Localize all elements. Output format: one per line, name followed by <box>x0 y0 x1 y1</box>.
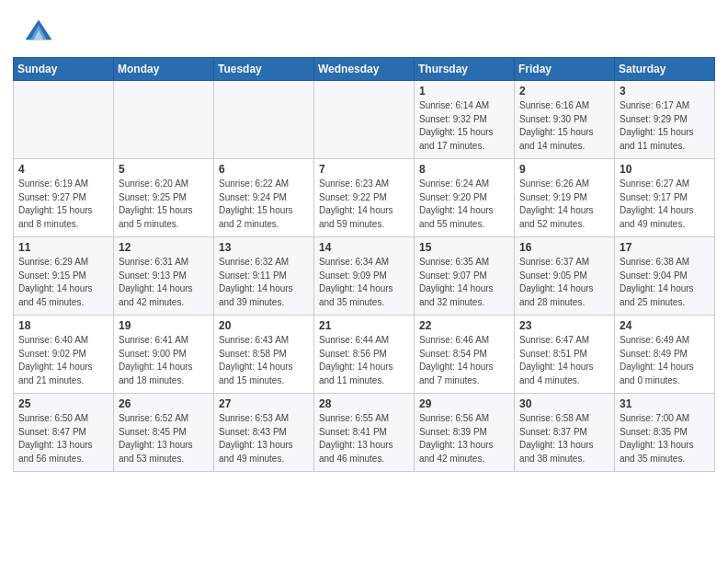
calendar-header: SundayMondayTuesdayWednesdayThursdayFrid… <box>14 58 715 81</box>
calendar-cell: 29Sunrise: 6:56 AMSunset: 8:39 PMDayligh… <box>415 394 515 472</box>
calendar-table: SundayMondayTuesdayWednesdayThursdayFrid… <box>13 57 715 472</box>
weekday-header: Thursday <box>415 58 515 81</box>
calendar-cell: 19Sunrise: 6:41 AMSunset: 9:00 PMDayligh… <box>114 316 214 394</box>
day-number: 27 <box>219 397 309 410</box>
day-info: Sunrise: 6:47 AMSunset: 8:51 PMDaylight:… <box>519 334 609 387</box>
day-number: 26 <box>119 397 209 410</box>
day-number: 3 <box>620 85 710 98</box>
day-info: Sunrise: 6:29 AMSunset: 9:15 PMDaylight:… <box>18 256 108 309</box>
calendar-cell: 21Sunrise: 6:44 AMSunset: 8:56 PMDayligh… <box>314 316 415 394</box>
day-info: Sunrise: 6:23 AMSunset: 9:22 PMDaylight:… <box>319 178 409 231</box>
day-info: Sunrise: 6:52 AMSunset: 8:45 PMDaylight:… <box>119 412 209 465</box>
calendar-week-row: 25Sunrise: 6:50 AMSunset: 8:47 PMDayligh… <box>14 394 715 472</box>
day-info: Sunrise: 6:35 AMSunset: 9:07 PMDaylight:… <box>419 256 509 309</box>
day-number: 24 <box>620 319 710 332</box>
weekday-row: SundayMondayTuesdayWednesdayThursdayFrid… <box>14 58 715 81</box>
day-number: 1 <box>419 85 509 98</box>
calendar-cell: 10Sunrise: 6:27 AMSunset: 9:17 PMDayligh… <box>615 159 715 237</box>
calendar-cell: 17Sunrise: 6:38 AMSunset: 9:04 PMDayligh… <box>615 237 715 316</box>
calendar-cell: 27Sunrise: 6:53 AMSunset: 8:43 PMDayligh… <box>214 394 314 472</box>
day-info: Sunrise: 6:50 AMSunset: 8:47 PMDaylight:… <box>18 412 108 465</box>
header <box>0 0 728 57</box>
day-info: Sunrise: 6:19 AMSunset: 9:27 PMDaylight:… <box>18 178 108 231</box>
day-info: Sunrise: 6:37 AMSunset: 9:05 PMDaylight:… <box>519 256 609 309</box>
weekday-header: Monday <box>114 58 214 81</box>
page: SundayMondayTuesdayWednesdayThursdayFrid… <box>0 0 728 563</box>
calendar-cell: 22Sunrise: 6:46 AMSunset: 8:54 PMDayligh… <box>415 316 515 394</box>
calendar-cell <box>14 81 114 159</box>
day-number: 16 <box>519 241 609 254</box>
weekday-header: Friday <box>515 58 615 81</box>
day-number: 10 <box>620 163 710 176</box>
day-info: Sunrise: 6:20 AMSunset: 9:25 PMDaylight:… <box>119 178 209 231</box>
day-number: 17 <box>620 241 710 254</box>
calendar-cell <box>214 81 314 159</box>
day-number: 28 <box>319 397 409 410</box>
day-number: 21 <box>319 319 409 332</box>
calendar-week-row: 18Sunrise: 6:40 AMSunset: 9:02 PMDayligh… <box>14 316 715 394</box>
day-number: 7 <box>319 163 409 176</box>
day-info: Sunrise: 6:41 AMSunset: 9:00 PMDaylight:… <box>119 334 209 387</box>
calendar-cell: 15Sunrise: 6:35 AMSunset: 9:07 PMDayligh… <box>415 237 515 316</box>
day-number: 11 <box>18 241 108 254</box>
calendar-cell: 28Sunrise: 6:55 AMSunset: 8:41 PMDayligh… <box>314 394 415 472</box>
day-info: Sunrise: 6:26 AMSunset: 9:19 PMDaylight:… <box>519 178 609 231</box>
day-info: Sunrise: 6:58 AMSunset: 8:37 PMDaylight:… <box>519 412 609 465</box>
calendar-cell: 7Sunrise: 6:23 AMSunset: 9:22 PMDaylight… <box>314 159 415 237</box>
weekday-header: Saturday <box>615 58 715 81</box>
calendar-week-row: 1Sunrise: 6:14 AMSunset: 9:32 PMDaylight… <box>14 81 715 159</box>
day-number: 18 <box>18 319 108 332</box>
calendar-cell: 13Sunrise: 6:32 AMSunset: 9:11 PMDayligh… <box>214 237 314 316</box>
calendar-cell: 1Sunrise: 6:14 AMSunset: 9:32 PMDaylight… <box>415 81 515 159</box>
day-info: Sunrise: 6:38 AMSunset: 9:04 PMDaylight:… <box>620 256 710 309</box>
day-number: 5 <box>119 163 209 176</box>
calendar-cell: 16Sunrise: 6:37 AMSunset: 9:05 PMDayligh… <box>515 237 615 316</box>
calendar-cell: 4Sunrise: 6:19 AMSunset: 9:27 PMDaylight… <box>14 159 114 237</box>
day-info: Sunrise: 6:27 AMSunset: 9:17 PMDaylight:… <box>620 178 710 231</box>
day-info: Sunrise: 6:32 AMSunset: 9:11 PMDaylight:… <box>219 256 309 309</box>
calendar-cell: 24Sunrise: 6:49 AMSunset: 8:49 PMDayligh… <box>615 316 715 394</box>
calendar-cell: 3Sunrise: 6:17 AMSunset: 9:29 PMDaylight… <box>615 81 715 159</box>
calendar-cell: 23Sunrise: 6:47 AMSunset: 8:51 PMDayligh… <box>515 316 615 394</box>
day-info: Sunrise: 6:53 AMSunset: 8:43 PMDaylight:… <box>219 412 309 465</box>
day-info: Sunrise: 6:40 AMSunset: 9:02 PMDaylight:… <box>18 334 108 387</box>
calendar-cell: 5Sunrise: 6:20 AMSunset: 9:25 PMDaylight… <box>114 159 214 237</box>
day-number: 31 <box>620 397 710 410</box>
calendar-cell: 20Sunrise: 6:43 AMSunset: 8:58 PMDayligh… <box>214 316 314 394</box>
day-info: Sunrise: 6:22 AMSunset: 9:24 PMDaylight:… <box>219 178 309 231</box>
day-info: Sunrise: 6:34 AMSunset: 9:09 PMDaylight:… <box>319 256 409 309</box>
day-number: 12 <box>119 241 209 254</box>
day-number: 23 <box>519 319 609 332</box>
day-info: Sunrise: 6:24 AMSunset: 9:20 PMDaylight:… <box>419 178 509 231</box>
calendar-cell: 25Sunrise: 6:50 AMSunset: 8:47 PMDayligh… <box>14 394 114 472</box>
calendar-cell: 14Sunrise: 6:34 AMSunset: 9:09 PMDayligh… <box>314 237 415 316</box>
day-number: 30 <box>519 397 609 410</box>
day-number: 25 <box>18 397 108 410</box>
logo-icon <box>22 17 55 50</box>
day-info: Sunrise: 6:16 AMSunset: 9:30 PMDaylight:… <box>519 99 609 153</box>
calendar-week-row: 4Sunrise: 6:19 AMSunset: 9:27 PMDaylight… <box>14 159 715 237</box>
day-number: 13 <box>219 241 309 254</box>
calendar-cell: 26Sunrise: 6:52 AMSunset: 8:45 PMDayligh… <box>114 394 214 472</box>
day-number: 19 <box>119 319 209 332</box>
calendar-cell: 12Sunrise: 6:31 AMSunset: 9:13 PMDayligh… <box>114 237 214 316</box>
day-number: 20 <box>219 319 309 332</box>
calendar-cell <box>314 81 415 159</box>
day-info: Sunrise: 6:43 AMSunset: 8:58 PMDaylight:… <box>219 334 309 387</box>
day-info: Sunrise: 6:44 AMSunset: 8:56 PMDaylight:… <box>319 334 409 387</box>
weekday-header: Wednesday <box>314 58 415 81</box>
calendar-cell: 11Sunrise: 6:29 AMSunset: 9:15 PMDayligh… <box>14 237 114 316</box>
day-number: 4 <box>18 163 108 176</box>
calendar-body: 1Sunrise: 6:14 AMSunset: 9:32 PMDaylight… <box>14 81 715 472</box>
calendar-cell: 8Sunrise: 6:24 AMSunset: 9:20 PMDaylight… <box>415 159 515 237</box>
day-info: Sunrise: 6:17 AMSunset: 9:29 PMDaylight:… <box>620 99 710 153</box>
day-info: Sunrise: 6:49 AMSunset: 8:49 PMDaylight:… <box>620 334 710 387</box>
day-number: 22 <box>419 319 509 332</box>
day-number: 14 <box>319 241 409 254</box>
calendar-cell: 2Sunrise: 6:16 AMSunset: 9:30 PMDaylight… <box>515 81 615 159</box>
day-number: 29 <box>419 397 509 410</box>
day-info: Sunrise: 6:31 AMSunset: 9:13 PMDaylight:… <box>119 256 209 309</box>
day-number: 2 <box>519 85 609 98</box>
weekday-header: Tuesday <box>214 58 314 81</box>
day-number: 6 <box>219 163 309 176</box>
